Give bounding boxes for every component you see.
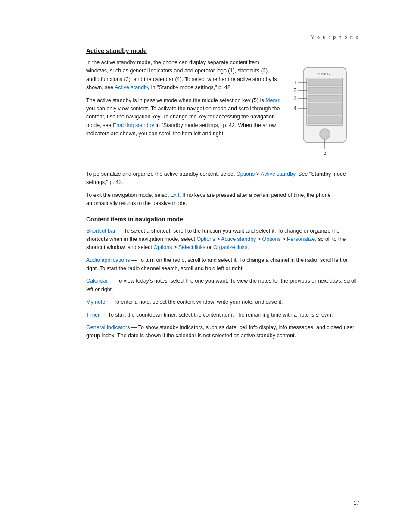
diagram-container: NOKIA: [290, 65, 359, 164]
enabling-standby-link[interactable]: Enabling standby: [113, 122, 154, 128]
exit-link[interactable]: Exit: [170, 192, 179, 198]
svg-text:4: 4: [293, 106, 296, 112]
nav-item-timer: Timer — To start the countdown timer, se…: [86, 311, 359, 319]
phone-diagram: NOKIA: [290, 59, 359, 164]
page: { "header": { "label": "Y o u r p h o n …: [0, 0, 411, 532]
audio-applications-title: Audio applications: [86, 257, 130, 263]
svg-rect-4: [308, 87, 341, 93]
svg-text:1: 1: [293, 80, 296, 86]
section1-para2: The active standby is in passive mode wh…: [86, 96, 282, 138]
active-standby-link2[interactable]: Active standby: [261, 171, 295, 177]
active-standby-link1[interactable]: Active standby: [115, 84, 149, 90]
svg-rect-5: [308, 95, 341, 101]
personalize-link[interactable]: Personalize: [287, 236, 315, 242]
content-area: In the active standby mode, the phone ca…: [86, 59, 359, 164]
options-link3[interactable]: Options: [262, 236, 281, 242]
nav-item-calendar: Calendar — To view today's notes, select…: [86, 277, 359, 294]
section1-title: Active standby mode: [86, 47, 359, 54]
page-header: Y o u r p h o n e: [86, 34, 359, 40]
options-link2[interactable]: Options: [196, 236, 215, 242]
nav-item-audio: Audio applications — To turn on the radi…: [86, 256, 359, 273]
svg-text:2: 2: [293, 87, 296, 93]
my-note-title: My note: [86, 299, 105, 305]
page-number: 17: [354, 500, 359, 506]
nav-item-shortcut-bar: Shortcut bar — To select a shortcut, scr…: [86, 227, 359, 252]
section2-title: Content items in navigation mode: [86, 216, 359, 223]
section1-para4: To exit the navigation mode, select Exit…: [86, 191, 359, 208]
text-column: In the active standby mode, the phone ca…: [86, 59, 282, 164]
svg-text:3: 3: [293, 95, 296, 101]
organize-links-link[interactable]: Organize links: [213, 244, 247, 250]
svg-point-8: [320, 129, 330, 139]
svg-rect-7: [308, 117, 341, 124]
active-standby-link3[interactable]: Active standby: [221, 236, 256, 242]
section1-para3: To personalize and organize the active s…: [86, 170, 359, 187]
options-link1[interactable]: Options: [236, 171, 255, 177]
general-indicators-title: General indicators: [86, 324, 130, 330]
header-text: Y o u r p h o n e: [311, 34, 359, 40]
svg-rect-6: [308, 103, 341, 114]
select-links-link[interactable]: Select links: [178, 244, 206, 250]
calendar-title: Calendar: [86, 278, 108, 284]
options-link4[interactable]: Options: [153, 244, 172, 250]
svg-rect-3: [308, 80, 341, 86]
nav-item-general-indicators: General indicators — To show standby ind…: [86, 324, 359, 340]
menu-link[interactable]: Menu: [265, 97, 279, 103]
phone-svg: NOKIA: [290, 65, 359, 164]
svg-text:NOKIA: NOKIA: [318, 73, 332, 76]
svg-text:5: 5: [324, 150, 327, 156]
nav-item-my-note: My note — To enter a note, select the co…: [86, 298, 359, 306]
section1-para1: In the active standby mode, the phone ca…: [86, 59, 282, 92]
timer-title: Timer: [86, 312, 100, 318]
shortcut-bar-title: Shortcut bar: [86, 228, 115, 234]
